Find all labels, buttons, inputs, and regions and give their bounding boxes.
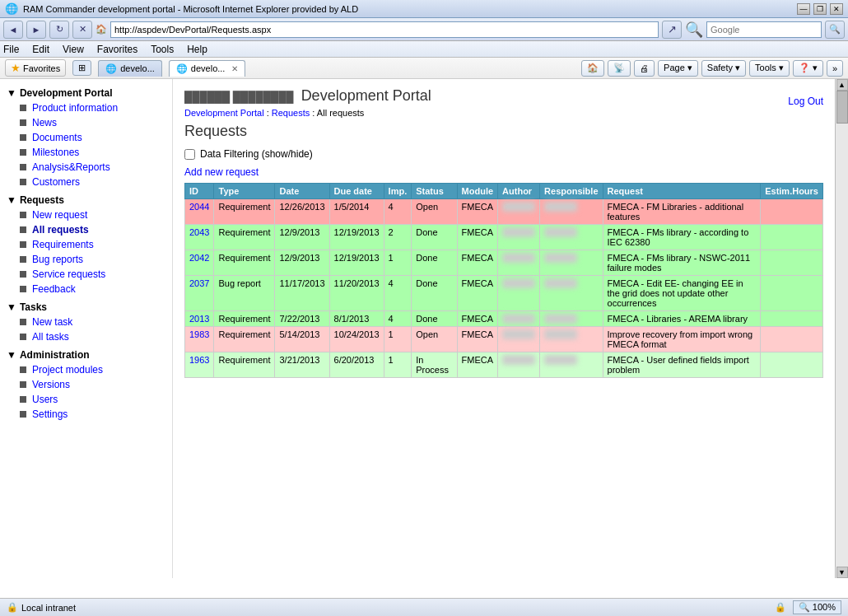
sidebar-item-new-task[interactable]: New task: [0, 315, 172, 329]
menu-view[interactable]: View: [63, 44, 84, 55]
sidebar-link-customers[interactable]: Customers: [32, 176, 80, 188]
scroll-up-button[interactable]: ▲: [836, 79, 848, 91]
col-header-date[interactable]: Date: [275, 184, 329, 199]
cell-request: FMECA - User defined fields import probl…: [603, 352, 761, 378]
sidebar-item-news[interactable]: News: [0, 115, 172, 130]
id-link[interactable]: 2013: [189, 314, 209, 324]
col-header-responsible[interactable]: Responsible: [540, 184, 603, 199]
go-button[interactable]: ↗: [662, 21, 682, 39]
sidebar-link-settings[interactable]: Settings: [32, 408, 68, 420]
sidebar-link-feedback[interactable]: Feedback: [32, 283, 76, 295]
id-link[interactable]: 2043: [189, 227, 209, 237]
id-link[interactable]: 1963: [189, 355, 209, 365]
add-new-request-link[interactable]: Add new request: [184, 166, 823, 178]
search-go-button[interactable]: 🔍: [825, 21, 845, 39]
col-header-imp[interactable]: Imp.: [384, 184, 412, 199]
menu-help[interactable]: Help: [187, 44, 207, 55]
sidebar-item-versions[interactable]: Versions: [0, 377, 172, 392]
print-button[interactable]: 🖨: [634, 60, 655, 77]
sidebar-link-bug-reports[interactable]: Bug reports: [32, 254, 83, 265]
sidebar-section-tasks[interactable]: ▼ Tasks: [0, 300, 172, 315]
scroll-thumb[interactable]: [836, 91, 848, 124]
sidebar-item-new-request[interactable]: New request: [0, 208, 172, 222]
sidebar-item-users[interactable]: Users: [0, 392, 172, 407]
col-header-due-date[interactable]: Due date: [329, 184, 384, 199]
menu-file[interactable]: File: [3, 44, 19, 55]
sidebar-link-users[interactable]: Users: [32, 394, 58, 405]
forward-button[interactable]: ►: [26, 21, 46, 39]
breadcrumb-link-requests[interactable]: Requests: [272, 108, 310, 118]
col-header-author[interactable]: Author: [498, 184, 540, 199]
sidebar-link-documents[interactable]: Documents: [32, 132, 82, 143]
page-button[interactable]: Page ▾: [658, 60, 698, 77]
sidebar-item-all-requests[interactable]: All requests: [0, 222, 172, 237]
browser-tab-2[interactable]: 🌐 develo... ✕: [169, 60, 246, 77]
menu-tools[interactable]: Tools: [151, 44, 174, 55]
col-header-request[interactable]: Request: [603, 184, 761, 199]
sidebar-item-all-tasks[interactable]: All tasks: [0, 329, 172, 344]
menu-favorites[interactable]: Favorites: [97, 44, 137, 55]
log-out-link[interactable]: Log Out: [788, 96, 823, 107]
sidebar-link-requirements[interactable]: Requirements: [32, 239, 94, 250]
sidebar-section-requests[interactable]: ▼ Requests: [0, 193, 172, 208]
minimize-button[interactable]: —: [797, 3, 810, 15]
sidebar-link-milestones[interactable]: Milestones: [32, 147, 79, 158]
browser-tab-1[interactable]: 🌐 develo...: [98, 60, 162, 77]
filter-checkbox[interactable]: [184, 149, 195, 160]
sidebar-link-new-task[interactable]: New task: [32, 316, 72, 328]
sidebar-item-analysis-reports[interactable]: Analysis&Reports: [0, 160, 172, 175]
home-toolbar-button[interactable]: 🏠: [581, 60, 604, 77]
sidebar-item-product-information[interactable]: Product information: [0, 100, 172, 115]
sidebar-link-versions[interactable]: Versions: [32, 379, 70, 390]
tools-button[interactable]: Tools ▾: [749, 60, 790, 77]
sidebar-item-documents[interactable]: Documents: [0, 130, 172, 145]
close-button[interactable]: ✕: [830, 3, 843, 15]
search-input[interactable]: [706, 21, 822, 38]
sidebar-item-customers[interactable]: Customers: [0, 175, 172, 189]
menu-edit[interactable]: Edit: [32, 44, 49, 55]
breadcrumb-link-dev-portal[interactable]: Development Portal: [184, 108, 264, 118]
sidebar-section-administration[interactable]: ▼ Administration: [0, 348, 172, 362]
refresh-button[interactable]: ↻: [49, 21, 69, 39]
col-header-estim-hours[interactable]: Estim.Hours: [761, 184, 823, 199]
col-header-module[interactable]: Module: [457, 184, 498, 199]
sidebar-link-project-modules[interactable]: Project modules: [32, 364, 103, 376]
col-header-status[interactable]: Status: [412, 184, 457, 199]
id-link[interactable]: 2044: [189, 202, 209, 212]
sidebar-item-milestones[interactable]: Milestones: [0, 145, 172, 160]
sidebar-link-service-requests[interactable]: Service requests: [32, 268, 105, 280]
id-link[interactable]: 2037: [189, 278, 209, 288]
sidebar-item-project-modules[interactable]: Project modules: [0, 362, 172, 377]
sidebar-section-development-portal[interactable]: ▼ Development Portal: [0, 86, 172, 100]
help-button[interactable]: ❓ ▾: [793, 60, 823, 77]
sidebar-link-news[interactable]: News: [32, 117, 57, 128]
col-header-type[interactable]: Type: [214, 184, 275, 199]
maximize-button[interactable]: ❐: [813, 3, 827, 15]
id-link[interactable]: 2042: [189, 253, 209, 263]
cell-module: FMECA: [457, 250, 498, 276]
sidebar-item-requirements[interactable]: Requirements: [0, 237, 172, 252]
tab-view-button[interactable]: ⊞: [72, 60, 91, 76]
zoom-indicator[interactable]: 🔍 100%: [793, 600, 841, 614]
sidebar-link-analysis-reports[interactable]: Analysis&Reports: [32, 161, 110, 173]
rss-button[interactable]: 📡: [608, 60, 631, 77]
sidebar-item-settings[interactable]: Settings: [0, 407, 172, 422]
col-header-id[interactable]: ID: [185, 184, 214, 199]
scroll-down-button[interactable]: ▼: [836, 567, 848, 578]
sidebar-item-service-requests[interactable]: Service requests: [0, 267, 172, 282]
scrollbar-vertical[interactable]: ▲ ▼: [835, 79, 848, 578]
sidebar-item-feedback[interactable]: Feedback: [0, 282, 172, 296]
sidebar-link-new-request[interactable]: New request: [32, 209, 87, 221]
address-input[interactable]: [110, 21, 659, 38]
tab2-close-icon[interactable]: ✕: [231, 64, 238, 73]
stop-button[interactable]: ✕: [72, 21, 92, 39]
sidebar-item-bug-reports[interactable]: Bug reports: [0, 252, 172, 267]
safety-button[interactable]: Safety ▾: [701, 60, 746, 77]
sidebar-link-product-information[interactable]: Product information: [32, 102, 118, 114]
back-button[interactable]: ◄: [3, 21, 23, 39]
sidebar-link-all-tasks[interactable]: All tasks: [32, 331, 69, 343]
favorites-button[interactable]: ★ Favorites: [5, 59, 66, 77]
expand-button[interactable]: »: [827, 60, 843, 77]
sidebar-link-all-requests[interactable]: All requests: [32, 224, 89, 236]
id-link[interactable]: 1983: [189, 329, 209, 339]
